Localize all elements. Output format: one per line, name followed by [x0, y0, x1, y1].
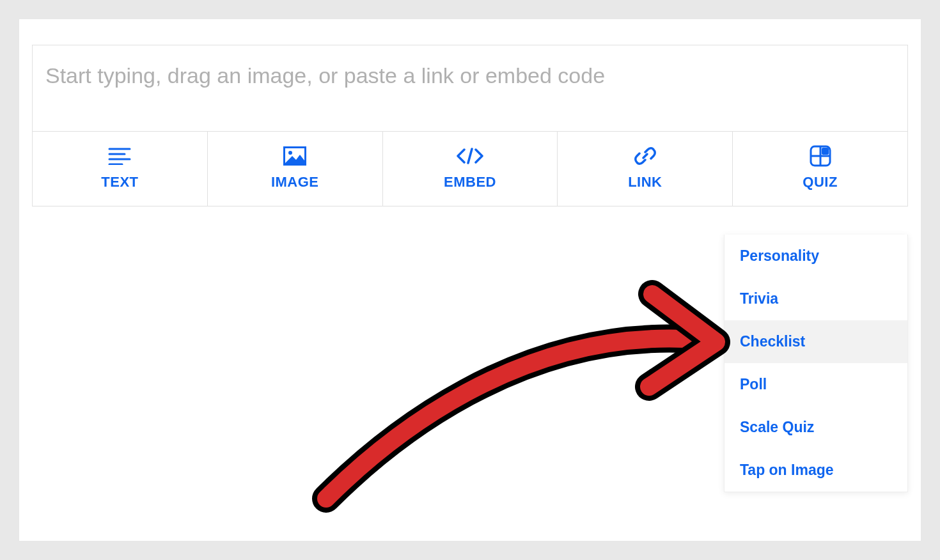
image-button[interactable]: IMAGE: [208, 132, 383, 206]
embed-button-label: EMBED: [444, 174, 496, 191]
image-button-label: IMAGE: [271, 174, 319, 191]
quiz-dropdown-menu: Personality Trivia Checklist Poll Scale …: [724, 235, 908, 492]
embed-button[interactable]: EMBED: [383, 132, 558, 206]
dropdown-item-scale-quiz[interactable]: Scale Quiz: [725, 406, 907, 449]
dropdown-item-checklist[interactable]: Checklist: [725, 320, 907, 363]
quiz-button[interactable]: QUIZ: [733, 132, 907, 206]
text-button[interactable]: TEXT: [33, 132, 208, 206]
link-button[interactable]: LINK: [558, 132, 733, 206]
content-input[interactable]: [45, 61, 895, 93]
grid-icon: [810, 146, 831, 166]
text-button-label: TEXT: [101, 174, 138, 191]
code-icon: [456, 146, 484, 166]
text-lines-icon: [108, 146, 131, 166]
image-icon: [283, 146, 306, 166]
annotation-arrow: [294, 275, 742, 533]
link-button-label: LINK: [628, 174, 662, 191]
quiz-button-label: QUIZ: [803, 174, 838, 191]
svg-line-6: [468, 149, 472, 163]
svg-point-5: [288, 151, 292, 155]
svg-rect-10: [822, 148, 829, 155]
editor-box: TEXT IMAGE: [32, 45, 908, 206]
editor-panel: TEXT IMAGE: [19, 19, 921, 541]
link-icon: [634, 146, 657, 166]
content-input-area[interactable]: [33, 45, 907, 131]
dropdown-item-trivia[interactable]: Trivia: [725, 277, 907, 320]
dropdown-item-tap-on-image[interactable]: Tap on Image: [725, 449, 907, 492]
content-type-toolbar: TEXT IMAGE: [33, 131, 907, 206]
dropdown-item-poll[interactable]: Poll: [725, 363, 907, 406]
dropdown-item-personality[interactable]: Personality: [725, 235, 907, 277]
